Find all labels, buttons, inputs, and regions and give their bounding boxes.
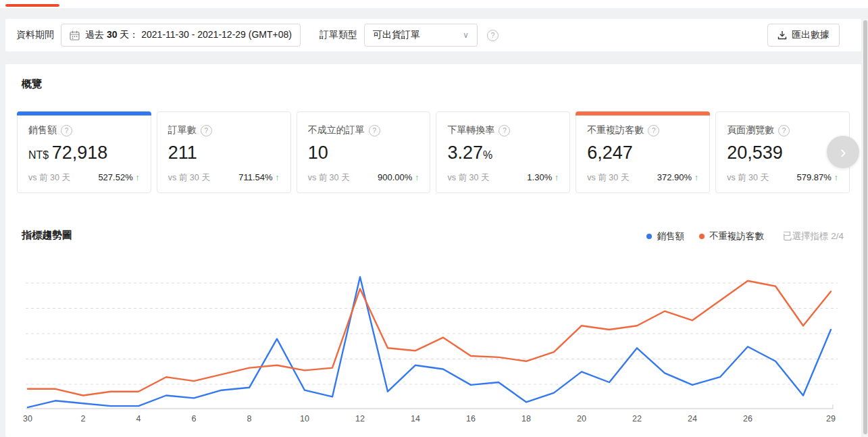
export-data-button[interactable]: 匯出數據 — [767, 24, 840, 47]
x-tick-label: 4 — [136, 414, 141, 423]
card-value-prefix: NT$ — [28, 149, 52, 161]
order-type-label: 訂單類型 — [320, 29, 357, 41]
chevron-right-icon: › — [840, 142, 846, 163]
x-tick-label: 6 — [192, 414, 197, 423]
arrow-up-icon: ↑ — [135, 172, 140, 182]
card-value-number: 10 — [308, 143, 328, 163]
legend-item-unique-visitors[interactable]: 不重複訪客數 — [699, 230, 764, 242]
x-tick-label: 8 — [247, 414, 252, 423]
card-comparison-row: vs 前 30 天372.90% ↑ — [587, 172, 698, 184]
vs-previous-label: vs 前 30 天 — [168, 172, 210, 184]
x-tick-label: 29 — [826, 414, 836, 423]
card-title: 不重複訪客數 — [587, 124, 644, 136]
card-value-number: 6,247 — [587, 143, 633, 163]
card-title-row: 不重複訪客數? — [587, 124, 698, 136]
card-value: 10 — [308, 143, 419, 163]
card-title: 銷售額 — [28, 124, 57, 136]
card-title: 不成立的訂單 — [308, 124, 365, 136]
arrow-up-icon: ↑ — [555, 172, 559, 182]
change-percent: 579.87% ↑ — [797, 172, 838, 182]
card-title-row: 訂單數? — [168, 124, 280, 136]
arrow-up-icon: ↑ — [275, 172, 280, 182]
card-accent-bar — [17, 111, 151, 115]
change-percent: 372.90% ↑ — [657, 172, 698, 182]
filter-bar: 資料期間 過去 30 天： 2021-11-30 - 2021-12-29 (G… — [5, 19, 861, 51]
analytics-main-panel: 概覽 銷售額?NT$ 72,918vs 前 30 天527.52% ↑訂單數?2… — [5, 64, 861, 437]
series-line-unique-visitors — [28, 281, 831, 396]
metric-card-conversion-rate[interactable]: 下單轉換率?3.27%vs 前 30 天1.30% ↑ — [436, 111, 570, 193]
card-value: NT$ 72,918 — [28, 143, 140, 163]
metric-card-unique-visitors[interactable]: 不重複訪客數?6,247vs 前 30 天372.90% ↑ — [576, 111, 710, 193]
order-type-value: 可出貨訂單 — [373, 29, 420, 41]
metric-card-orders[interactable]: 訂單數?211vs 前 30 天711.54% ↑ — [157, 111, 291, 193]
legend-label: 不重複訪客數 — [709, 230, 764, 242]
vs-previous-label: vs 前 30 天 — [727, 172, 769, 184]
card-help-icon[interactable]: ? — [778, 125, 790, 136]
x-tick-label: 14 — [411, 414, 420, 423]
change-percent: 1.30% ↑ — [527, 172, 559, 182]
x-tick-label: 12 — [355, 414, 365, 423]
trend-chart[interactable]: 30246810121416182022242629 — [17, 261, 854, 432]
calendar-icon — [70, 30, 80, 41]
cards-carousel-next-button[interactable]: › — [827, 136, 859, 168]
card-comparison-row: vs 前 30 天579.87% ↑ — [727, 172, 838, 184]
card-title: 頁面瀏覽數 — [727, 124, 774, 136]
vs-previous-label: vs 前 30 天 — [587, 172, 629, 184]
export-data-label: 匯出數據 — [792, 29, 829, 41]
date-range-picker[interactable]: 過去 30 天： 2021-11-30 - 2021-12-29 (GMT+08… — [61, 24, 301, 47]
metric-card-sales[interactable]: 銷售額?NT$ 72,918vs 前 30 天527.52% ↑ — [17, 111, 151, 193]
card-title-row: 頁面瀏覽數? — [727, 124, 838, 136]
card-value-suffix: % — [483, 149, 492, 161]
overview-section-title: 概覽 — [22, 78, 42, 91]
date-period-label: 資料期間 — [16, 29, 54, 41]
arrow-up-icon: ↑ — [415, 172, 419, 182]
download-icon — [777, 30, 787, 40]
legend-item-sales[interactable]: 銷售額 — [646, 230, 684, 242]
legend-dot — [646, 234, 652, 239]
card-title: 下單轉換率 — [447, 124, 494, 136]
card-title-row: 下單轉換率? — [447, 124, 559, 136]
card-value-number: 72,918 — [52, 143, 108, 163]
card-value: 6,247 — [587, 143, 698, 163]
series-line-sales — [28, 277, 831, 407]
chevron-down-icon: ∨ — [463, 31, 469, 39]
x-tick-label: 30 — [23, 414, 32, 423]
legend-dot — [699, 234, 705, 239]
card-value: 3.27% — [447, 143, 559, 163]
card-accent-bar — [576, 111, 710, 115]
card-title: 訂單數 — [168, 124, 197, 136]
x-tick-label: 20 — [577, 414, 586, 423]
vertical-scrollbar — [863, 19, 868, 437]
scrollbar-thumb[interactable] — [863, 20, 867, 434]
card-help-icon[interactable]: ? — [369, 125, 380, 136]
trend-legend: 銷售額不重複訪客數已選擇指標 2/4 — [646, 230, 844, 242]
card-help-icon[interactable]: ? — [499, 125, 510, 136]
trend-section-title: 指標趨勢圖 — [22, 229, 72, 242]
x-tick-label: 2 — [81, 414, 86, 423]
x-tick-label: 18 — [521, 414, 531, 423]
card-help-icon[interactable]: ? — [201, 125, 212, 136]
card-help-icon[interactable]: ? — [61, 125, 72, 136]
legend-label: 銷售額 — [657, 230, 684, 242]
metric-cards-row: 銷售額?NT$ 72,918vs 前 30 天527.52% ↑訂單數?211v… — [17, 111, 850, 193]
card-value: 20,539 — [727, 143, 838, 163]
card-value: 211 — [168, 143, 280, 163]
card-help-icon[interactable]: ? — [648, 125, 659, 136]
date-range-text: 過去 30 天： 2021-11-30 - 2021-12-29 (GMT+08… — [85, 29, 292, 41]
active-tab-indicator — [5, 4, 59, 7]
x-tick-label: 24 — [688, 414, 697, 423]
arrow-up-icon: ↑ — [834, 172, 838, 182]
card-value-number: 211 — [168, 143, 197, 163]
metric-card-cancelled-orders[interactable]: 不成立的訂單?10vs 前 30 天900.00% ↑ — [297, 111, 431, 193]
x-tick-label: 26 — [743, 414, 752, 423]
card-comparison-row: vs 前 30 天527.52% ↑ — [28, 172, 140, 184]
x-tick-label: 16 — [466, 414, 476, 423]
tab-strip — [0, 0, 868, 8]
trend-chart-svg: 30246810121416182022242629 — [17, 261, 854, 432]
card-comparison-row: vs 前 30 天711.54% ↑ — [168, 172, 280, 184]
order-type-help-icon[interactable]: ? — [487, 30, 499, 41]
selected-metrics-count: 已選擇指標 2/4 — [783, 230, 844, 242]
x-tick-label: 10 — [300, 414, 309, 423]
order-type-select[interactable]: 可出貨訂單 ∨ — [364, 24, 478, 47]
card-comparison-row: vs 前 30 天900.00% ↑ — [308, 172, 419, 184]
